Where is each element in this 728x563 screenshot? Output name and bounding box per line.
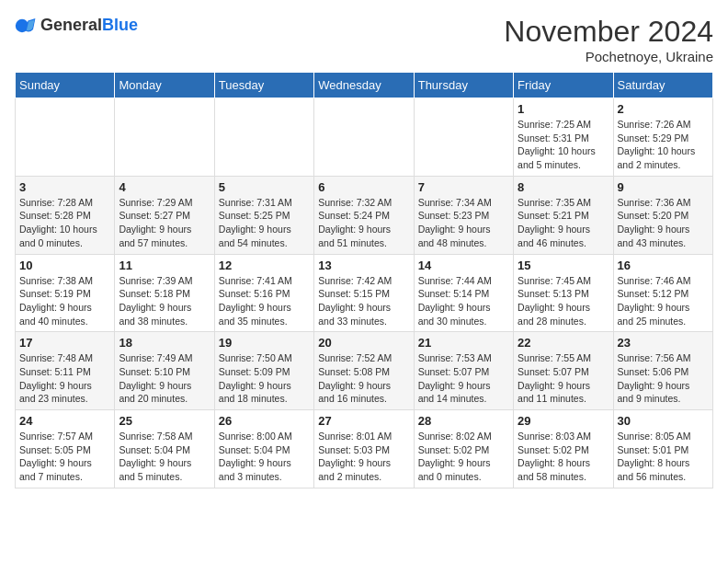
calendar-cell: 17Sunrise: 7:48 AM Sunset: 5:11 PM Dayli…: [16, 332, 115, 410]
day-number: 27: [318, 414, 409, 428]
day-info: Sunrise: 7:28 AM Sunset: 5:28 PM Dayligh…: [19, 196, 110, 250]
day-number: 3: [19, 180, 110, 194]
calendar-cell: [214, 98, 313, 177]
day-number: 18: [119, 336, 210, 350]
calendar-cell: 22Sunrise: 7:55 AM Sunset: 5:07 PM Dayli…: [514, 332, 613, 410]
day-info: Sunrise: 7:57 AM Sunset: 5:05 PM Dayligh…: [19, 430, 110, 484]
day-info: Sunrise: 7:42 AM Sunset: 5:15 PM Dayligh…: [318, 274, 409, 328]
day-info: Sunrise: 8:03 AM Sunset: 5:02 PM Dayligh…: [518, 430, 609, 484]
weekday-header-wednesday: Wednesday: [314, 73, 414, 98]
weekday-header-sunday: Sunday: [16, 73, 115, 98]
calendar-cell: 3Sunrise: 7:28 AM Sunset: 5:28 PM Daylig…: [16, 176, 115, 254]
day-info: Sunrise: 7:39 AM Sunset: 5:18 PM Dayligh…: [119, 274, 210, 328]
day-number: 9: [618, 180, 709, 194]
day-info: Sunrise: 7:49 AM Sunset: 5:10 PM Dayligh…: [119, 351, 210, 406]
day-number: 13: [318, 259, 409, 272]
day-number: 15: [518, 259, 609, 272]
day-number: 20: [318, 336, 409, 350]
day-info: Sunrise: 7:53 AM Sunset: 5:07 PM Dayligh…: [418, 351, 509, 406]
day-info: Sunrise: 7:56 AM Sunset: 5:06 PM Dayligh…: [618, 351, 709, 406]
day-info: Sunrise: 7:36 AM Sunset: 5:20 PM Dayligh…: [618, 196, 709, 250]
day-number: 24: [19, 414, 110, 428]
day-info: Sunrise: 7:38 AM Sunset: 5:19 PM Dayligh…: [19, 274, 110, 328]
calendar-cell: 13Sunrise: 7:42 AM Sunset: 5:15 PM Dayli…: [314, 254, 414, 332]
day-number: 2: [618, 102, 709, 116]
calendar-cell: 30Sunrise: 8:05 AM Sunset: 5:01 PM Dayli…: [613, 410, 712, 488]
calendar-cell: 24Sunrise: 7:57 AM Sunset: 5:05 PM Dayli…: [16, 410, 115, 488]
week-row-5: 24Sunrise: 7:57 AM Sunset: 5:05 PM Dayli…: [16, 410, 713, 488]
weekday-header-thursday: Thursday: [414, 73, 513, 98]
calendar-cell: 21Sunrise: 7:53 AM Sunset: 5:07 PM Dayli…: [414, 332, 513, 410]
page-header: GeneralBlue November 2024 Pochetnoye, Uk…: [15, 15, 713, 64]
day-info: Sunrise: 7:25 AM Sunset: 5:31 PM Dayligh…: [518, 118, 609, 172]
day-number: 19: [219, 336, 310, 350]
weekday-header-tuesday: Tuesday: [214, 73, 313, 98]
day-info: Sunrise: 8:00 AM Sunset: 5:04 PM Dayligh…: [219, 430, 310, 484]
calendar-cell: 9Sunrise: 7:36 AM Sunset: 5:20 PM Daylig…: [613, 176, 712, 254]
day-info: Sunrise: 7:48 AM Sunset: 5:11 PM Dayligh…: [19, 351, 110, 406]
day-number: 22: [518, 336, 609, 350]
day-info: Sunrise: 7:26 AM Sunset: 5:29 PM Dayligh…: [618, 118, 709, 172]
calendar-cell: 20Sunrise: 7:52 AM Sunset: 5:08 PM Dayli…: [314, 332, 414, 410]
day-number: 8: [518, 180, 609, 194]
week-row-4: 17Sunrise: 7:48 AM Sunset: 5:11 PM Dayli…: [16, 332, 713, 410]
day-number: 6: [318, 180, 409, 194]
day-number: 25: [119, 414, 210, 428]
calendar-cell: 6Sunrise: 7:32 AM Sunset: 5:24 PM Daylig…: [314, 176, 414, 254]
calendar-cell: 23Sunrise: 7:56 AM Sunset: 5:06 PM Dayli…: [613, 332, 712, 410]
calendar-cell: 8Sunrise: 7:35 AM Sunset: 5:21 PM Daylig…: [514, 176, 613, 254]
logo-icon: [15, 15, 37, 37]
day-info: Sunrise: 7:44 AM Sunset: 5:14 PM Dayligh…: [418, 274, 509, 328]
day-number: 29: [518, 414, 609, 428]
day-info: Sunrise: 8:05 AM Sunset: 5:01 PM Dayligh…: [618, 430, 709, 484]
day-number: 12: [219, 259, 310, 272]
day-number: 5: [219, 180, 310, 194]
calendar-cell: 1Sunrise: 7:25 AM Sunset: 5:31 PM Daylig…: [514, 98, 613, 177]
logo-text-blue: Blue: [102, 16, 138, 34]
day-number: 10: [19, 259, 110, 272]
day-number: 11: [119, 259, 210, 272]
day-number: 28: [418, 414, 509, 428]
calendar-cell: 5Sunrise: 7:31 AM Sunset: 5:25 PM Daylig…: [214, 176, 313, 254]
calendar-cell: 29Sunrise: 8:03 AM Sunset: 5:02 PM Dayli…: [514, 410, 613, 488]
calendar-cell: 10Sunrise: 7:38 AM Sunset: 5:19 PM Dayli…: [16, 254, 115, 332]
calendar-cell: 2Sunrise: 7:26 AM Sunset: 5:29 PM Daylig…: [613, 98, 712, 177]
day-number: 17: [19, 336, 110, 350]
day-info: Sunrise: 7:41 AM Sunset: 5:16 PM Dayligh…: [219, 274, 310, 328]
calendar-cell: 4Sunrise: 7:29 AM Sunset: 5:27 PM Daylig…: [115, 176, 214, 254]
calendar-cell: 16Sunrise: 7:46 AM Sunset: 5:12 PM Dayli…: [613, 254, 712, 332]
calendar-cell: 12Sunrise: 7:41 AM Sunset: 5:16 PM Dayli…: [214, 254, 313, 332]
day-info: Sunrise: 8:01 AM Sunset: 5:03 PM Dayligh…: [318, 430, 409, 484]
month-title: November 2024: [504, 15, 713, 49]
calendar-cell: [414, 98, 513, 177]
day-info: Sunrise: 7:35 AM Sunset: 5:21 PM Dayligh…: [518, 196, 609, 250]
day-number: 4: [119, 180, 210, 194]
day-info: Sunrise: 7:50 AM Sunset: 5:09 PM Dayligh…: [219, 351, 310, 406]
day-number: 26: [219, 414, 310, 428]
weekday-header-friday: Friday: [514, 73, 613, 98]
day-number: 14: [418, 259, 509, 272]
day-number: 16: [618, 259, 709, 272]
calendar-cell: 27Sunrise: 8:01 AM Sunset: 5:03 PM Dayli…: [314, 410, 414, 488]
calendar-cell: 26Sunrise: 8:00 AM Sunset: 5:04 PM Dayli…: [214, 410, 313, 488]
calendar-table: SundayMondayTuesdayWednesdayThursdayFrid…: [15, 72, 713, 488]
day-number: 1: [518, 102, 609, 116]
day-number: 23: [618, 336, 709, 350]
day-info: Sunrise: 7:52 AM Sunset: 5:08 PM Dayligh…: [318, 351, 409, 406]
logo: GeneralBlue: [15, 15, 138, 37]
week-row-1: 1Sunrise: 7:25 AM Sunset: 5:31 PM Daylig…: [16, 98, 713, 177]
weekday-header-saturday: Saturday: [613, 73, 712, 98]
day-info: Sunrise: 7:29 AM Sunset: 5:27 PM Dayligh…: [119, 196, 210, 250]
calendar-cell: 25Sunrise: 7:58 AM Sunset: 5:04 PM Dayli…: [115, 410, 214, 488]
day-info: Sunrise: 7:31 AM Sunset: 5:25 PM Dayligh…: [219, 196, 310, 250]
day-info: Sunrise: 7:32 AM Sunset: 5:24 PM Dayligh…: [318, 196, 409, 250]
calendar-cell: [314, 98, 414, 177]
day-info: Sunrise: 8:02 AM Sunset: 5:02 PM Dayligh…: [418, 430, 509, 484]
weekday-header-row: SundayMondayTuesdayWednesdayThursdayFrid…: [16, 73, 713, 98]
day-number: 30: [618, 414, 709, 428]
title-block: November 2024 Pochetnoye, Ukraine: [504, 15, 713, 64]
day-info: Sunrise: 7:34 AM Sunset: 5:23 PM Dayligh…: [418, 196, 509, 250]
day-info: Sunrise: 7:45 AM Sunset: 5:13 PM Dayligh…: [518, 274, 609, 328]
day-number: 21: [418, 336, 509, 350]
calendar-cell: 11Sunrise: 7:39 AM Sunset: 5:18 PM Dayli…: [115, 254, 214, 332]
